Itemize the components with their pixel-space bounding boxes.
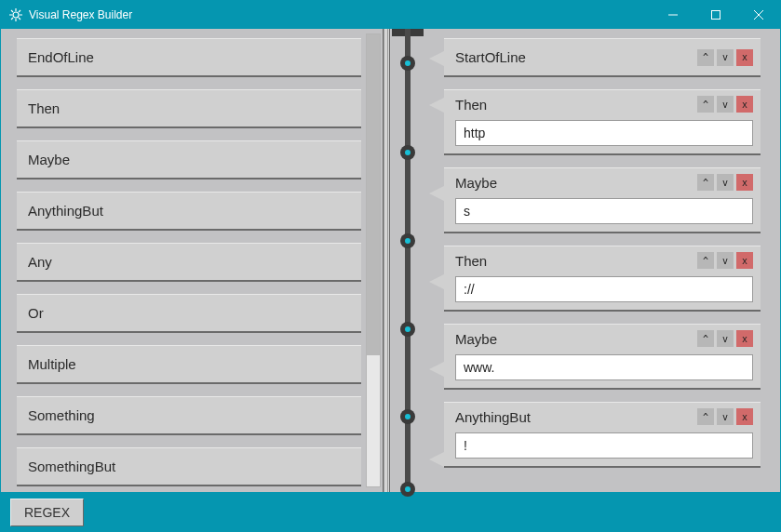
step-controls: ^vx	[697, 96, 753, 113]
palette-item[interactable]: Then	[17, 89, 361, 128]
step-header: StartOfLine^vx	[455, 49, 753, 66]
step-pointer	[429, 452, 444, 467]
step-block[interactable]: AnythingBut^vx!	[444, 402, 761, 468]
step-input[interactable]: s	[455, 198, 753, 224]
step-block[interactable]: Then^vxhttp	[444, 89, 761, 155]
step-block[interactable]: StartOfLine^vx	[444, 38, 761, 77]
palette-label: Or	[28, 305, 44, 321]
window-buttons	[652, 1, 780, 29]
regex-button[interactable]: REGEX	[10, 499, 84, 526]
palette-label: SomethingBut	[28, 459, 115, 474]
palette-item[interactable]: SomethingBut	[17, 447, 361, 486]
step-block[interactable]: Maybe^vxwww.	[444, 324, 761, 390]
timeline-node	[400, 233, 415, 248]
palette-label: Then	[28, 100, 60, 116]
palette-label: Multiple	[28, 356, 76, 372]
step-pointer	[429, 362, 444, 377]
palette-label: EndOfLine	[28, 49, 94, 65]
close-button[interactable]	[737, 1, 780, 29]
step-header: Then^vx	[455, 96, 753, 113]
delete-button[interactable]: x	[736, 330, 753, 347]
timeline-node	[400, 322, 415, 337]
step-title: Then	[455, 97, 487, 113]
step-title: Maybe	[455, 331, 497, 347]
step-input[interactable]: !	[455, 432, 753, 459]
move-down-button[interactable]: v	[717, 174, 734, 191]
app-icon	[8, 7, 23, 22]
timeline-node	[400, 409, 415, 424]
step-header: Maybe^vx	[455, 330, 753, 347]
palette-item[interactable]: Maybe	[17, 140, 361, 180]
maximize-button[interactable]	[694, 1, 737, 29]
step-block[interactable]: Then^vx://	[444, 246, 761, 312]
palette-item[interactable]: Multiple	[17, 345, 361, 384]
window-title: Visual Regex Builder	[29, 8, 132, 21]
steps-pane: StartOfLine^vxThen^vxhttpMaybe^vxsThen^v…	[444, 29, 768, 492]
svg-rect-2	[712, 11, 720, 20]
delete-button[interactable]: x	[736, 49, 753, 66]
content-area: EndOfLine Then Maybe AnythingBut Any Or …	[1, 29, 780, 492]
step-pointer	[429, 51, 444, 66]
step-controls: ^vx	[697, 330, 753, 347]
step-controls: ^vx	[697, 49, 753, 66]
palette-label: Something	[28, 407, 95, 423]
step-controls: ^vx	[697, 174, 753, 191]
step-controls: ^vx	[697, 252, 753, 269]
titlebar: Visual Regex Builder	[1, 1, 780, 29]
delete-button[interactable]: x	[736, 252, 753, 269]
palette-label: Any	[28, 254, 52, 270]
palette-label: Maybe	[28, 152, 70, 167]
palette-pane: EndOfLine Then Maybe AnythingBut Any Or …	[1, 29, 381, 492]
palette-item[interactable]: Something	[17, 396, 361, 435]
move-up-button[interactable]: ^	[697, 408, 714, 425]
regex-button-label: REGEX	[24, 505, 70, 520]
palette-item[interactable]: Any	[17, 243, 361, 282]
step-input[interactable]: www.	[455, 354, 753, 380]
step-header: Then^vx	[455, 252, 753, 269]
move-up-button[interactable]: ^	[697, 49, 714, 66]
timeline-node	[400, 56, 415, 71]
step-header: AnythingBut^vx	[455, 408, 753, 425]
move-down-button[interactable]: v	[717, 252, 734, 269]
delete-button[interactable]: x	[736, 96, 753, 113]
step-title: Maybe	[455, 175, 497, 191]
palette-item[interactable]: EndOfLine	[17, 38, 361, 77]
step-controls: ^vx	[697, 408, 753, 425]
move-down-button[interactable]: v	[717, 330, 734, 347]
step-block[interactable]: Maybe^vxs	[444, 167, 761, 233]
step-pointer	[429, 98, 444, 113]
move-up-button[interactable]: ^	[697, 96, 714, 113]
step-header: Maybe^vx	[455, 174, 753, 191]
step-title: AnythingBut	[455, 409, 531, 425]
pane-separator[interactable]	[383, 29, 390, 492]
scrollbar-thumb[interactable]	[367, 34, 380, 355]
move-down-button[interactable]: v	[717, 96, 734, 113]
move-up-button[interactable]: ^	[697, 330, 714, 347]
palette-label: AnythingBut	[28, 203, 103, 219]
minimize-button[interactable]	[652, 1, 694, 29]
step-input[interactable]: http	[455, 120, 753, 146]
move-up-button[interactable]: ^	[697, 252, 714, 269]
timeline-node	[400, 145, 415, 160]
palette-scrollbar[interactable]	[366, 33, 381, 487]
svg-point-0	[13, 12, 19, 18]
move-up-button[interactable]: ^	[697, 174, 714, 191]
step-input[interactable]: ://	[455, 276, 753, 302]
palette-item[interactable]: Or	[17, 294, 361, 333]
palette-item[interactable]: AnythingBut	[17, 192, 361, 231]
step-title: Then	[455, 253, 487, 269]
delete-button[interactable]: x	[736, 408, 753, 425]
delete-button[interactable]: x	[736, 174, 753, 191]
move-down-button[interactable]: v	[717, 408, 734, 425]
step-title: StartOfLine	[455, 49, 526, 65]
step-pointer	[429, 274, 444, 289]
move-down-button[interactable]: v	[717, 49, 734, 66]
footer-bar: REGEX	[1, 492, 780, 532]
timeline-node	[400, 482, 415, 497]
step-pointer	[429, 186, 444, 201]
